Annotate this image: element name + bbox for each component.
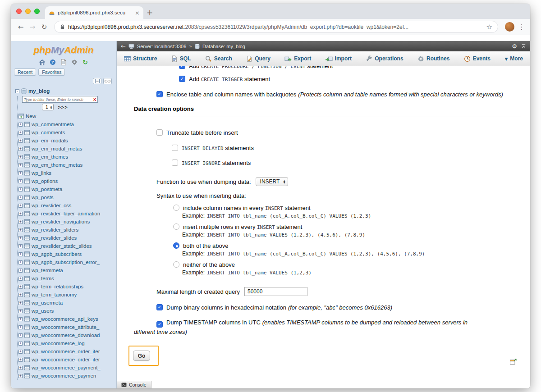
checkbox[interactable]: ✓ bbox=[179, 76, 185, 82]
expand-icon[interactable]: + bbox=[18, 277, 23, 281]
sidebar-table-wp_revslider_navigations[interactable]: +wp_revslider_navigations bbox=[18, 218, 115, 226]
sidebar-table-wp_woocommerce_order_iter[interactable]: +wp_woocommerce_order_iter bbox=[18, 356, 115, 364]
radio-button[interactable] bbox=[173, 205, 179, 211]
expand-icon[interactable]: + bbox=[18, 187, 23, 191]
sidebar-table-wp_revslider_slides[interactable]: +wp_revslider_slides bbox=[18, 234, 115, 242]
expand-icon[interactable]: + bbox=[18, 244, 23, 248]
expand-icon[interactable]: + bbox=[18, 179, 23, 183]
radio-button[interactable] bbox=[173, 223, 179, 230]
expand-icon[interactable]: + bbox=[18, 196, 23, 200]
browser-menu-icon[interactable]: ⋮ bbox=[518, 23, 526, 31]
profile-avatar[interactable] bbox=[505, 22, 514, 32]
checkbox[interactable]: ✓ bbox=[156, 91, 163, 97]
help-icon[interactable]: ? bbox=[49, 58, 57, 66]
sidebar-table-wp_em_theme_metas[interactable]: +wp_em_theme_metas bbox=[18, 161, 115, 169]
tab-operations[interactable]: Operations bbox=[365, 51, 404, 66]
expand-icon[interactable]: + bbox=[18, 358, 23, 362]
breadcrumb-server[interactable]: Server: localhost:3306 bbox=[137, 44, 186, 49]
recent-button[interactable]: Recent bbox=[14, 68, 36, 76]
sidebar-table-wp_woocommerce_payment_[interactable]: +wp_woocommerce_payment_ bbox=[18, 364, 115, 372]
expand-icon[interactable]: + bbox=[18, 366, 23, 370]
max-length-input[interactable] bbox=[244, 287, 307, 296]
sidebar-table-wp_sgpb_subscription_error_[interactable]: +wp_sgpb_subscription_error_ bbox=[18, 258, 115, 266]
collapse-icon[interactable]: - bbox=[15, 89, 19, 93]
sidebar-table-wp_terms[interactable]: +wp_terms bbox=[18, 274, 115, 283]
radio-button[interactable] bbox=[173, 261, 179, 268]
checkbox[interactable] bbox=[156, 129, 163, 136]
page-select[interactable]: 1 ▲▼ bbox=[42, 104, 54, 110]
radio-button[interactable] bbox=[173, 242, 179, 249]
radio-row[interactable]: both of the above bbox=[173, 242, 521, 249]
option-add-create-procedure[interactable]: ✓ Add CREATE PROCEDURE / FUNCTION / EVEN… bbox=[179, 66, 521, 69]
tab-query[interactable]: Query bbox=[245, 51, 271, 66]
unlink-panel-icon[interactable] bbox=[103, 78, 112, 84]
address-bar[interactable]: https://p3plcpnl0896.prod.phx3.secureser… bbox=[54, 21, 498, 33]
sidebar-table-wp_sgpb_subscribers[interactable]: +wp_sgpb_subscribers bbox=[18, 250, 115, 258]
favorites-button[interactable]: Favorites bbox=[38, 68, 65, 76]
docs-icon[interactable] bbox=[60, 58, 68, 66]
tab-more[interactable]: ▼More bbox=[504, 51, 524, 66]
expand-icon[interactable]: + bbox=[18, 147, 23, 151]
expand-icon[interactable]: + bbox=[18, 293, 23, 297]
expand-icon[interactable]: + bbox=[18, 139, 23, 143]
expand-icon[interactable]: + bbox=[18, 212, 23, 216]
radio-row[interactable]: neither of the above bbox=[173, 261, 521, 268]
tab-structure[interactable]: Structure bbox=[123, 51, 158, 66]
sidebar-table-wp_revslider_css[interactable]: +wp_revslider_css bbox=[18, 201, 115, 210]
forward-icon[interactable]: → bbox=[27, 22, 38, 32]
expand-icon[interactable]: + bbox=[18, 131, 23, 135]
checkbox[interactable]: ✓ bbox=[156, 304, 163, 310]
expand-icon[interactable]: + bbox=[18, 333, 23, 337]
reload-navigation-icon[interactable]: ↻ bbox=[82, 58, 89, 66]
option-enclose-backquotes[interactable]: ✓ Enclose table and column names with ba… bbox=[156, 91, 521, 98]
database-item-my_blog[interactable]: - my_blog bbox=[15, 87, 115, 95]
sidebar-table-wp_termmeta[interactable]: +wp_termmeta bbox=[18, 266, 115, 274]
sidebar-table-wp_usermeta[interactable]: +wp_usermeta bbox=[18, 299, 115, 307]
sidebar-table-wp_comments[interactable]: +wp_comments bbox=[18, 128, 115, 137]
back-icon[interactable]: ← bbox=[15, 22, 26, 32]
tab-search[interactable]: Search bbox=[204, 51, 233, 66]
option-hex-binary[interactable]: ✓ Dump binary columns in hexadecimal not… bbox=[156, 304, 521, 311]
new-tab-button[interactable]: + bbox=[143, 7, 156, 18]
expand-icon[interactable]: + bbox=[18, 228, 23, 232]
checkbox[interactable] bbox=[172, 145, 178, 151]
expand-icon[interactable]: + bbox=[18, 236, 23, 240]
settings-icon[interactable] bbox=[71, 58, 78, 66]
tab-close-icon[interactable]: × bbox=[135, 10, 140, 16]
option-add-create-trigger[interactable]: ✓ Add CREATE TRIGGER statement bbox=[179, 75, 521, 82]
checkbox[interactable]: ✓ bbox=[156, 321, 163, 328]
expand-icon[interactable]: + bbox=[18, 325, 23, 329]
tab-export[interactable]: Export bbox=[284, 51, 312, 66]
expand-icon[interactable]: + bbox=[18, 123, 23, 127]
sidebar-table-wp_em_modal_metas[interactable]: +wp_em_modal_metas bbox=[18, 145, 115, 153]
console-toggle[interactable]: Console bbox=[117, 381, 151, 388]
sidebar-table-wp_term_taxonomy[interactable]: +wp_term_taxonomy bbox=[18, 291, 115, 299]
reload-icon[interactable]: ↻ bbox=[39, 22, 50, 32]
collapse-navigation-icon[interactable]: ← bbox=[121, 43, 126, 50]
expand-icon[interactable]: + bbox=[18, 309, 23, 313]
expand-icon[interactable]: + bbox=[18, 252, 23, 256]
next-pages-link[interactable]: >>> bbox=[58, 105, 68, 110]
sidebar-table-wp_revslider_layer_animation[interactable]: +wp_revslider_layer_animation bbox=[18, 210, 115, 218]
dump-function-select[interactable]: INSERT ▲▼ bbox=[256, 177, 288, 186]
breadcrumb-database[interactable]: Database: my_blog bbox=[202, 44, 245, 49]
sidebar-table-wp_links[interactable]: +wp_links bbox=[18, 169, 115, 177]
option-insert-ignore[interactable]: INSERT IGNORE statements bbox=[172, 159, 521, 166]
option-insert-delayed[interactable]: INSERT DELAYED statements bbox=[172, 144, 521, 151]
sidebar-table-wp_woocommerce_attribute_[interactable]: +wp_woocommerce_attribute_ bbox=[18, 323, 115, 331]
phpmyadmin-logo[interactable]: phpMyAdmin bbox=[11, 41, 116, 56]
expand-icon[interactable]: + bbox=[18, 163, 23, 167]
expand-icon[interactable]: + bbox=[18, 269, 23, 273]
expand-icon[interactable]: + bbox=[18, 155, 23, 159]
sidebar-table-wp_options[interactable]: +wp_options bbox=[18, 177, 115, 185]
expand-icon[interactable]: + bbox=[18, 317, 23, 321]
sidebar-table-wp_em_themes[interactable]: +wp_em_themes bbox=[18, 153, 115, 161]
expand-icon[interactable]: + bbox=[18, 374, 23, 378]
radio-row[interactable]: insert multiple rows in every INSERT sta… bbox=[173, 223, 521, 230]
tab-sql[interactable]: SQL bbox=[170, 51, 192, 66]
sidebar-table-wp_revslider_static_slides[interactable]: +wp_revslider_static_slides bbox=[18, 242, 115, 250]
expand-icon[interactable]: + bbox=[18, 301, 23, 305]
option-utc-timestamp[interactable]: ✓Dump TIMESTAMP columns in UTC(enables T… bbox=[134, 318, 479, 337]
sidebar-table-wp_woocommerce_api_keys[interactable]: +wp_woocommerce_api_keys bbox=[18, 315, 115, 323]
radio-row[interactable]: include column names in every INSERT sta… bbox=[173, 204, 521, 211]
